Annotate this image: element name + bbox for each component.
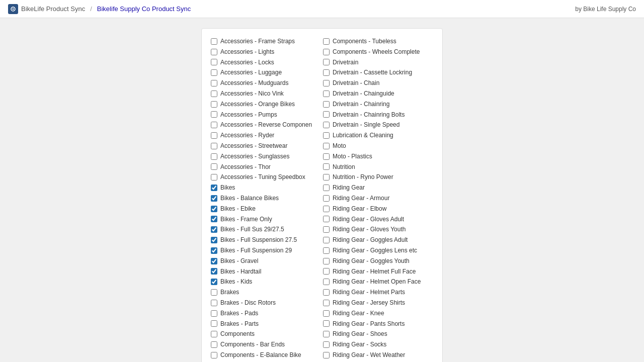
checkbox-riding-gear-jersey[interactable] — [323, 300, 330, 306]
checkbox-label: Accessories - Sunglasses — [220, 152, 289, 161]
checkbox-comp-wheels[interactable] — [323, 49, 330, 55]
checkbox-acc-sunglasses[interactable] — [211, 153, 217, 160]
checkbox-riding-gear-goggles-lens[interactable] — [323, 247, 330, 254]
checkbox-label: Drivetrain — [333, 58, 358, 67]
checkbox-nutrition-ryno[interactable] — [323, 174, 330, 180]
checkbox-acc-nico-vink[interactable] — [211, 90, 217, 97]
list-item: Brakes - Disc Rotors — [210, 298, 322, 308]
checkbox-acc-reverse[interactable] — [211, 122, 217, 128]
checkbox-bikes-frame-only[interactable] — [211, 216, 217, 222]
checkbox-nutrition[interactable] — [323, 163, 330, 170]
checkbox-label: Drivetrain - Single Speed — [333, 121, 399, 129]
checkbox-bikes-full-sus-27[interactable] — [211, 226, 217, 233]
list-item: Bikes — [210, 183, 322, 193]
checkbox-comp-tubeless[interactable] — [323, 38, 330, 45]
checkbox-acc-pumps[interactable] — [211, 111, 217, 118]
checkbox-bikes-hardtail[interactable] — [211, 268, 217, 275]
checkbox-label: Brakes - Disc Rotors — [220, 299, 276, 307]
checkbox-label: Riding Gear - Armour — [333, 194, 389, 203]
checkbox-bikes-gravel[interactable] — [211, 258, 217, 264]
checkbox-acc-locks[interactable] — [211, 59, 217, 65]
list-item: Lubrication & Cleaning — [322, 131, 434, 140]
checkbox-acc-luggage[interactable] — [211, 69, 217, 76]
checkbox-riding-gear-goggles-youth[interactable] — [323, 258, 330, 264]
list-item: Nutrition — [322, 162, 434, 172]
checkbox-label: Components - E-Balance Bike — [220, 351, 301, 359]
list-item: Bikes - Hardtail — [210, 267, 322, 277]
checkbox-riding-gear-shoes[interactable] — [323, 331, 330, 337]
checkbox-brakes-parts[interactable] — [211, 320, 217, 327]
list-item: Drivetrain - Single Speed — [322, 120, 434, 130]
checkbox-label: Drivetrain - Cassette Lockring — [333, 68, 412, 77]
checkbox-moto-plastics[interactable] — [323, 153, 330, 160]
checkbox-acc-tuning[interactable] — [211, 174, 217, 180]
list-item: Riding Gear - Jersey Shirts — [322, 298, 434, 308]
checkbox-comp-ebalance[interactable] — [211, 352, 217, 358]
checkbox-label: Accessories - Mudguards — [220, 79, 288, 87]
checkbox-riding-gear-pants-shorts[interactable] — [323, 320, 330, 327]
checkbox-drivetrain-chainguide[interactable] — [323, 90, 330, 97]
checkbox-acc-thor[interactable] — [211, 163, 217, 170]
checkbox-riding-gear-gloves-youth[interactable] — [323, 226, 330, 233]
checkbox-bikes[interactable] — [211, 185, 217, 191]
checkbox-bikes-balance[interactable] — [211, 195, 217, 202]
checkbox-acc-frame-straps[interactable] — [211, 38, 217, 45]
checkbox-brakes[interactable] — [211, 289, 217, 296]
checkbox-label: Accessories - Streetwear — [220, 142, 287, 150]
checkbox-riding-gear-helmet-open[interactable] — [323, 279, 330, 285]
checkbox-acc-streetwear[interactable] — [211, 143, 217, 149]
checkbox-acc-orange-bikes[interactable] — [211, 101, 217, 108]
list-item: Accessories - Thor — [210, 162, 322, 172]
checkbox-comp-bar-ends[interactable] — [211, 341, 217, 348]
checkbox-label: Riding Gear - Wet Weather — [333, 351, 405, 359]
checkbox-label: Riding Gear - Shoes — [333, 330, 387, 338]
checkbox-acc-lights[interactable] — [211, 49, 217, 55]
checkbox-moto[interactable] — [323, 143, 330, 149]
checkbox-riding-gear-helmet-parts[interactable] — [323, 289, 330, 296]
columns-container: Accessories - Frame StrapsAccessories - … — [210, 37, 434, 362]
list-item: Nutrition - Ryno Power — [322, 172, 434, 182]
checkbox-drivetrain[interactable] — [323, 59, 330, 65]
checkbox-drivetrain-cassette[interactable] — [323, 69, 330, 76]
checkbox-riding-gear-gloves-adult[interactable] — [323, 216, 330, 222]
list-item: Brakes - Parts — [210, 319, 322, 329]
checkbox-label: Moto — [333, 142, 346, 150]
checkbox-riding-gear[interactable] — [323, 185, 330, 191]
list-item: Riding Gear - Knee — [322, 309, 434, 318]
checkbox-label: Bikes — [220, 184, 235, 192]
checkbox-riding-gear-elbow[interactable] — [323, 206, 330, 212]
list-item: Accessories - Pumps — [210, 110, 322, 120]
checkbox-riding-gear-knee[interactable] — [323, 310, 330, 317]
checkbox-label: Accessories - Luggage — [220, 68, 282, 77]
checkbox-label: Riding Gear - Socks — [333, 340, 386, 349]
checkbox-riding-gear-helmet-full[interactable] — [323, 268, 330, 275]
checkbox-label: Bikes - Full Suspension 27.5 — [220, 236, 297, 244]
checkbox-riding-gear-armour[interactable] — [323, 195, 330, 202]
checkbox-label: Riding Gear — [333, 184, 365, 192]
checkbox-acc-ryder[interactable] — [211, 132, 217, 139]
checkbox-drivetrain-chain[interactable] — [323, 80, 330, 86]
checkbox-riding-gear-socks[interactable] — [323, 341, 330, 348]
checkbox-riding-gear-wet[interactable] — [323, 352, 330, 358]
checkbox-acc-mudguards[interactable] — [211, 80, 217, 86]
checkbox-bikes-full-sus-29[interactable] — [211, 247, 217, 254]
list-item: Accessories - Locks — [210, 58, 322, 67]
checkbox-label: Bikes - Balance Bikes — [220, 194, 279, 203]
checkbox-label: Accessories - Frame Straps — [220, 37, 295, 46]
checkbox-drivetrain-chainring[interactable] — [323, 101, 330, 108]
checkbox-brakes-pads[interactable] — [211, 310, 217, 317]
header-title-main: BikeLife Product Sync — [21, 5, 85, 13]
list-item: Riding Gear - Wet Weather — [322, 350, 434, 360]
checkbox-brakes-disc[interactable] — [211, 300, 217, 306]
checkbox-bikes-ebike[interactable] — [211, 206, 217, 212]
checkbox-bikes-kids[interactable] — [211, 279, 217, 285]
checkbox-components[interactable] — [211, 331, 217, 337]
checkbox-drivetrain-chainring-bolts[interactable] — [323, 111, 330, 118]
checkbox-riding-gear-goggles-adult[interactable] — [323, 237, 330, 243]
checkbox-bikes-full-sus-27-5[interactable] — [211, 237, 217, 243]
checkbox-lubrication[interactable] — [323, 132, 330, 139]
header-title-sub: Bikelife Supply Co Product Sync — [97, 5, 191, 13]
checkbox-drivetrain-single[interactable] — [323, 122, 330, 128]
list-item: Riding Gear - Pants Shorts — [322, 319, 434, 329]
list-item: Riding Gear - Helmet Open Face — [322, 277, 434, 287]
